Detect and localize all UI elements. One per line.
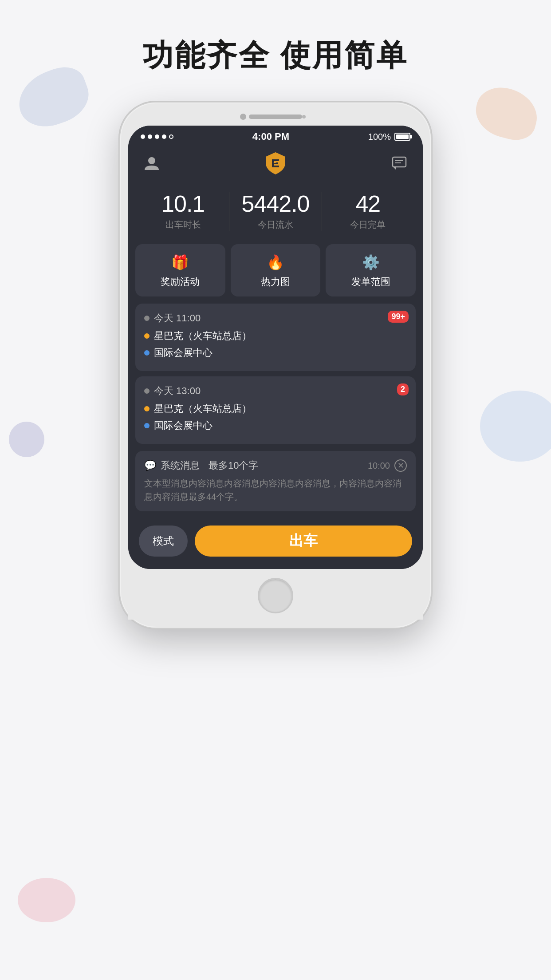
status-bar: 4:00 PM 100% xyxy=(128,126,423,146)
signal-dot-2 xyxy=(148,134,152,139)
signal-dot-1 xyxy=(141,134,145,139)
start-button-label: 出车 xyxy=(289,531,318,551)
start-button[interactable]: 出车 xyxy=(195,526,412,557)
order-1-time-row: 今天 11:00 xyxy=(144,312,407,325)
order-1-time: 今天 11:00 xyxy=(154,312,201,325)
order-card-1[interactable]: 今天 11:00 99+ 星巴克（火车站总店） 国际会展中心 xyxy=(135,304,416,371)
phone-screen: 4:00 PM 100% xyxy=(128,126,423,569)
battery-icon xyxy=(394,133,410,141)
pickup-dot-1 xyxy=(144,333,150,339)
message-icon xyxy=(391,155,407,171)
status-battery: 100% xyxy=(368,132,410,142)
stat-duration-label: 出车时长 xyxy=(137,219,229,231)
action-incentive-label: 奖励活动 xyxy=(161,275,200,288)
stat-duration-value: 10.1 xyxy=(137,192,229,215)
order-2-badge: 2 xyxy=(397,383,409,395)
home-button[interactable] xyxy=(258,578,293,613)
battery-fill xyxy=(396,134,409,139)
notification-subtitle: 最多10个字 xyxy=(209,459,258,472)
page-title: 功能齐全 使用简单 xyxy=(0,0,551,76)
order-2-time-row: 今天 13:00 xyxy=(144,384,407,398)
phone-frame: 4:00 PM 100% xyxy=(120,103,431,628)
stat-revenue-value: 5442.0 xyxy=(229,192,321,215)
quick-actions-section: 🎁 奖励活动 🔥 热力图 ⚙️ 发单范围 xyxy=(128,244,423,304)
signal-indicator xyxy=(141,134,173,139)
message-button[interactable] xyxy=(388,152,410,174)
dropoff-dot-2 xyxy=(144,423,150,428)
order-2-dropoff: 国际会展中心 xyxy=(154,419,213,432)
speaker-grille xyxy=(249,115,302,119)
action-dispatch[interactable]: ⚙️ 发单范围 xyxy=(326,244,416,296)
order-1-dropoff: 国际会展中心 xyxy=(154,346,213,360)
settings-icon: ⚙️ xyxy=(362,254,380,271)
svg-rect-1 xyxy=(393,157,406,167)
order-2-time: 今天 13:00 xyxy=(154,384,201,398)
brand-logo xyxy=(263,150,288,175)
stat-orders: 42 今日完单 xyxy=(322,192,414,231)
signal-dot-3 xyxy=(155,134,159,139)
order-1-pickup-row: 星巴克（火车站总店） xyxy=(144,329,407,343)
action-dispatch-label: 发单范围 xyxy=(351,275,390,288)
status-time: 4:00 PM xyxy=(252,131,289,142)
notification-body: 文本型消息内容消息内容消息内容消息内容消息，内容消息内容消息内容消息最多44个字… xyxy=(144,477,407,503)
notification-card: 💬 系统消息 最多10个字 10:00 ✕ 文本型消息内容消息内容消息内容消息内… xyxy=(135,451,416,511)
phone-top-hardware xyxy=(128,111,423,123)
order-1-pickup: 星巴克（火车站总店） xyxy=(154,329,252,343)
orders-section: 今天 11:00 99+ 星巴克（火车站总店） 国际会展中心 xyxy=(128,304,423,451)
order-2-pickup: 星巴克（火车站总店） xyxy=(154,402,252,415)
person-icon xyxy=(144,155,160,171)
order-card-2[interactable]: 今天 13:00 2 星巴克（火车站总店） 国际会展中心 xyxy=(135,376,416,444)
logo-svg xyxy=(263,150,288,175)
notification-title: 系统消息 xyxy=(161,459,200,472)
mode-button-label: 模式 xyxy=(153,534,174,548)
dropoff-dot-1 xyxy=(144,350,150,356)
action-heatmap[interactable]: 🔥 热力图 xyxy=(231,244,321,296)
bottom-action-bar: 模式 出车 xyxy=(128,518,423,569)
battery-percent: 100% xyxy=(368,132,391,142)
stats-section: 10.1 出车时长 5442.0 今日流水 42 今日完单 xyxy=(128,183,423,244)
pickup-dot-2 xyxy=(144,406,150,411)
order-2-pickup-row: 星巴克（火车站总店） xyxy=(144,402,407,415)
phone-mockup: 4:00 PM 100% xyxy=(0,103,551,628)
order-1-dropoff-row: 国际会展中心 xyxy=(144,346,407,360)
order-2-time-dot xyxy=(144,388,150,394)
stat-orders-value: 42 xyxy=(322,192,414,215)
gift-icon: 🎁 xyxy=(171,254,189,271)
notification-close-button[interactable]: ✕ xyxy=(394,459,407,472)
notification-header: 💬 系统消息 最多10个字 10:00 ✕ xyxy=(144,459,407,472)
stat-orders-label: 今日完单 xyxy=(322,219,414,231)
signal-dot-5 xyxy=(169,134,173,139)
signal-dot-4 xyxy=(162,134,166,139)
notification-time: 10:00 xyxy=(368,461,390,471)
notification-left: 💬 系统消息 最多10个字 xyxy=(144,459,258,472)
svg-point-0 xyxy=(148,157,155,164)
app-header xyxy=(128,146,423,183)
camera-dot xyxy=(240,114,246,120)
fire-icon: 🔥 xyxy=(267,254,284,271)
stat-revenue-label: 今日流水 xyxy=(229,219,321,231)
mode-button[interactable]: 模式 xyxy=(139,526,188,557)
order-1-time-dot xyxy=(144,316,150,321)
sensor-dot xyxy=(302,115,306,119)
order-2-dropoff-row: 国际会展中心 xyxy=(144,419,407,432)
bg-decoration-bl xyxy=(18,878,75,922)
profile-button[interactable] xyxy=(141,152,163,174)
order-1-badge: 99+ xyxy=(388,311,409,323)
phone-bottom-hardware xyxy=(128,569,423,620)
stat-duration: 10.1 出车时长 xyxy=(137,192,229,231)
notification-section: 💬 系统消息 最多10个字 10:00 ✕ 文本型消息内容消息内容消息内容消息内… xyxy=(128,451,423,518)
notification-icon: 💬 xyxy=(144,460,156,471)
stat-revenue: 5442.0 今日流水 xyxy=(229,192,321,231)
action-incentive[interactable]: 🎁 奖励活动 xyxy=(135,244,225,296)
action-heatmap-label: 热力图 xyxy=(261,275,290,288)
